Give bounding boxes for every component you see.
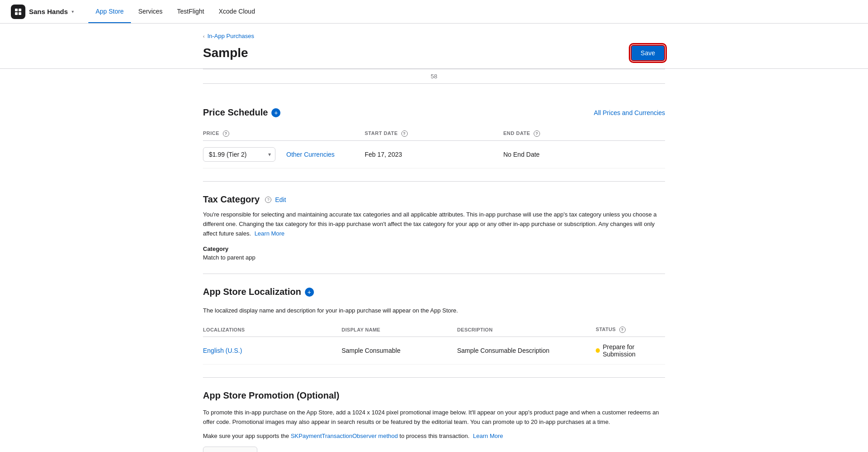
tax-category-title: Tax Category	[203, 194, 260, 205]
price-cell: $1.99 (Tier 2) Other Currencies	[203, 141, 365, 168]
nav-link-testflight[interactable]: TestFlight	[170, 0, 212, 23]
status-label: Prepare for Submission	[603, 343, 665, 358]
tax-learn-more-link[interactable]: Learn More	[255, 230, 285, 237]
tax-help-icon[interactable]: ?	[265, 197, 271, 203]
brand-logo[interactable]: Sans Hands ▾	[11, 5, 74, 19]
promotion-learn-more-link[interactable]: Learn More	[473, 433, 503, 439]
nav-link-services[interactable]: Services	[131, 0, 170, 23]
price-schedule-header: Price Schedule + All Prices and Currenci…	[203, 107, 665, 118]
brand-icon	[11, 5, 25, 19]
nav-link-xcode-cloud[interactable]: Xcode Cloud	[212, 0, 262, 23]
price-select[interactable]: $1.99 (Tier 2)	[203, 147, 275, 162]
display-name-cell: Sample Consumable	[342, 337, 457, 365]
price-schedule-section: Price Schedule + All Prices and Currenci…	[203, 95, 665, 182]
localization-header: App Store Localization +	[203, 287, 665, 297]
price-table-row: $1.99 (Tier 2) Other Currencies Feb 17, …	[203, 141, 665, 168]
end-col-header: END DATE ?	[503, 127, 665, 141]
save-button[interactable]: Save	[631, 45, 665, 61]
breadcrumb-parent-link[interactable]: In-App Purchases	[207, 33, 254, 39]
nav-links: App Store Services TestFlight Xcode Clou…	[88, 0, 262, 23]
breadcrumb: ‹ In-App Purchases	[203, 24, 665, 45]
localization-title: App Store Localization	[203, 287, 301, 297]
svg-rect-2	[15, 12, 18, 15]
price-help-icon[interactable]: ?	[223, 130, 229, 137]
status-help-icon[interactable]: ?	[619, 327, 626, 333]
tax-title-row: Tax Category ? Edit	[203, 194, 665, 205]
description-cell: Sample Consumable Description	[457, 337, 596, 365]
tax-edit-link[interactable]: Edit	[275, 196, 286, 203]
top-navigation: Sans Hands ▾ App Store Services TestFlig…	[0, 0, 868, 24]
display-col-header: DISPLAY NAME	[342, 323, 457, 337]
brand-svg	[14, 7, 23, 16]
svg-rect-0	[15, 9, 18, 11]
localization-table: LOCALIZATIONS DISPLAY NAME DESCRIPTION S…	[203, 323, 665, 365]
page-title: Sample	[203, 46, 248, 60]
counter-value: 58	[431, 73, 437, 80]
price-col-header: PRICE ?	[203, 127, 365, 141]
app-store-localization-section: App Store Localization + The localized d…	[203, 274, 665, 378]
status-dot	[596, 348, 600, 353]
add-icon-symbol: +	[274, 110, 278, 116]
localization-row: English (U.S.) Sample Consumable Sample …	[203, 337, 665, 365]
localization-cell: English (U.S.)	[203, 337, 342, 365]
other-currencies-link[interactable]: Other Currencies	[286, 151, 335, 158]
status-col-header: STATUS ?	[596, 323, 665, 337]
promotion-note: Make sure your app supports the SKPaymen…	[203, 433, 665, 439]
price-table-header-row: PRICE ? START DATE ? END DATE ?	[203, 127, 665, 141]
promotion-description: To promote this in-app purchase on the A…	[203, 408, 665, 427]
choose-file-box[interactable]: ↑ Choose File	[203, 447, 257, 452]
localization-add-icon: +	[308, 289, 311, 295]
price-schedule-title-row: Price Schedule +	[203, 107, 280, 118]
category-value: Match to parent app	[203, 254, 665, 261]
page-header: Sample Save	[203, 45, 665, 61]
localization-title-row: App Store Localization +	[203, 287, 314, 297]
price-select-wrapper: $1.99 (Tier 2)	[203, 147, 275, 162]
status-indicator: Prepare for Submission	[596, 343, 665, 358]
nav-link-appstore[interactable]: App Store	[88, 0, 131, 23]
back-icon: ‹	[203, 34, 205, 39]
price-schedule-title: Price Schedule	[203, 107, 268, 118]
localization-add-button[interactable]: +	[305, 288, 314, 297]
section-counter: 58	[203, 69, 665, 84]
tax-description: You're responsible for selecting and mai…	[203, 210, 665, 238]
all-prices-link[interactable]: All Prices and Currencies	[594, 109, 665, 116]
price-schedule-table: PRICE ? START DATE ? END DATE ?	[203, 127, 665, 168]
start-help-icon[interactable]: ?	[401, 130, 408, 137]
localization-description: The localized display name and descripti…	[203, 306, 665, 316]
english-localization-link[interactable]: English (U.S.)	[203, 347, 242, 354]
note-prefix: Make sure your app supports the	[203, 433, 291, 439]
sk-method-link[interactable]: SKPaymentTransactionObserver method	[291, 433, 398, 439]
svg-rect-3	[19, 12, 21, 15]
start-col-header: START DATE ?	[365, 127, 503, 141]
end-date-cell: No End Date	[503, 141, 665, 168]
price-schedule-add-button[interactable]: +	[271, 108, 280, 117]
tax-category-section: Tax Category ? Edit You're responsible f…	[203, 182, 665, 274]
app-store-promotion-section: App Store Promotion (Optional) To promot…	[203, 378, 665, 452]
note-suffix: to process this transaction.	[398, 433, 469, 439]
promotion-title: App Store Promotion (Optional)	[203, 390, 665, 401]
loc-col-header: LOCALIZATIONS	[203, 323, 342, 337]
category-label: Category	[203, 245, 665, 252]
status-cell: Prepare for Submission	[596, 337, 665, 365]
end-help-icon[interactable]: ?	[534, 130, 540, 137]
localization-header-row: LOCALIZATIONS DISPLAY NAME DESCRIPTION S…	[203, 323, 665, 337]
start-date-cell: Feb 17, 2023	[365, 141, 503, 168]
brand-name: Sans Hands	[29, 8, 68, 15]
desc-col-header: DESCRIPTION	[457, 323, 596, 337]
brand-chevron: ▾	[72, 9, 74, 14]
svg-rect-1	[19, 9, 21, 11]
